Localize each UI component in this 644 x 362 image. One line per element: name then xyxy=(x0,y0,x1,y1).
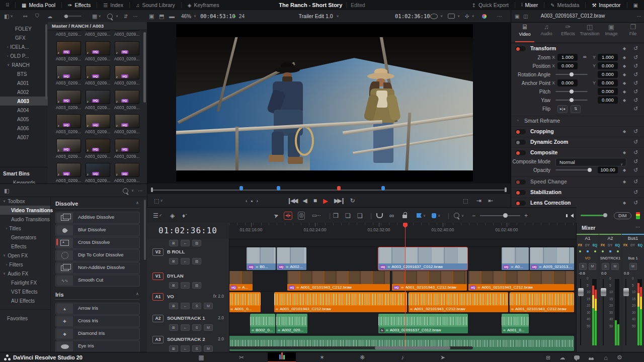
timeline-clip-v2[interactable]: HQ∞A005_02101334_... xyxy=(530,247,574,270)
slider-handle[interactable] xyxy=(570,89,574,94)
solo-button[interactable]: S xyxy=(579,263,587,270)
safe-area-button[interactable]: ⬚∨ xyxy=(154,194,163,208)
cloud-icon[interactable]: ☁ xyxy=(47,10,52,22)
section-stabilization[interactable]: Stabilization↺ xyxy=(511,187,644,198)
mute-button[interactable]: M xyxy=(204,303,213,309)
tab-image[interactable]: ▣Image xyxy=(600,23,622,36)
collapse-icon[interactable]: ∧ xyxy=(136,201,139,205)
slider-handle[interactable] xyxy=(570,72,574,76)
timeline-clip-a2[interactable]: fx∞A003_02091637_C012.braw xyxy=(378,314,468,333)
bin-item-gfx[interactable]: GFX xyxy=(0,33,48,42)
keyframe-icon[interactable]: ◆ xyxy=(623,81,626,85)
solo-button[interactable]: S xyxy=(192,303,201,309)
keyframe-icon[interactable]: ◆ xyxy=(623,150,626,155)
voiceover-mic-button[interactable]: ♦⁺ xyxy=(182,208,187,223)
lock-icon[interactable]: ⊠ xyxy=(169,324,178,331)
timeline-clip-v1[interactable]: HQ∞A001_02101943_C212.braw xyxy=(392,271,467,291)
color-viewer-button[interactable] xyxy=(482,10,487,22)
fader-handle[interactable] xyxy=(578,288,584,296)
tab-transition[interactable]: ◫Transition xyxy=(579,23,601,36)
keyframe-icon[interactable]: ◆ xyxy=(623,98,626,103)
value-y-input[interactable]: 1.000 xyxy=(598,54,618,61)
replace-clip-button[interactable]: ❑ xyxy=(357,208,363,223)
effects-tree-item-favorites[interactable]: Favorites xyxy=(0,314,50,323)
fx-button[interactable]: FX xyxy=(623,243,627,247)
slider-handle[interactable] xyxy=(588,168,592,172)
sidebar-toggle-button[interactable]: ◧∨ xyxy=(4,10,13,22)
page-edit-button[interactable] xyxy=(268,352,296,362)
effects-scrollbar[interactable] xyxy=(144,200,146,260)
razor-tool-button[interactable]: ▭⋯ xyxy=(312,208,320,223)
timeline-clip-a1[interactable]: ∞A001_0... xyxy=(229,292,261,312)
keyframe-icon[interactable]: ◆ xyxy=(623,64,626,68)
chevron-down-icon[interactable]: ∨ xyxy=(3,199,6,203)
fader-handle[interactable] xyxy=(623,288,629,296)
section-smart-reframe[interactable]: ›Smart Reframe xyxy=(511,116,644,126)
solo-button[interactable]: S xyxy=(602,263,609,270)
view-mode-list[interactable]: ▬ xyxy=(169,10,175,22)
media-clip[interactable]: ♪HQA003_0209... xyxy=(113,41,141,61)
marker-blue[interactable] xyxy=(277,186,280,191)
meters-button[interactable] xyxy=(636,208,640,223)
value-input[interactable]: 0.000 xyxy=(598,71,618,78)
effects-tree-item-titles[interactable]: ›Titles xyxy=(0,224,50,233)
bin-item-oldp[interactable]: ›OLD P... xyxy=(0,51,48,60)
view-mode-thumbnail[interactable]: ▣ xyxy=(149,10,154,22)
keyframes-button[interactable]: ◈Keyframes xyxy=(182,0,225,10)
effect-item-diamond-iris[interactable]: ◆Diamond Iris xyxy=(55,328,140,340)
timeline-options-button[interactable]: ☰✓ xyxy=(153,208,162,223)
monitor-volume-slider[interactable] xyxy=(581,208,607,223)
solo-button[interactable]: S xyxy=(192,345,201,352)
bin-item-a004[interactable]: A004 xyxy=(0,106,48,115)
composite-mode-select[interactable]: Normal∨ xyxy=(555,158,626,166)
wand-button[interactable]: ✣∨ xyxy=(465,10,474,22)
lock-icon[interactable]: ⊠ xyxy=(169,345,178,352)
track-header-a2[interactable]: A2SOUNDTRACK 12.0⊠↔SM xyxy=(147,313,229,334)
page-color-button[interactable]: ❋ xyxy=(352,352,372,362)
effect-item-cross-dissolve[interactable]: Cross Dissolve xyxy=(55,237,140,249)
effect-item-cross-iris[interactable]: ✚Cross Iris xyxy=(55,315,140,327)
effects-options-button[interactable]: ⋯ xyxy=(138,185,143,197)
media-clip[interactable]: ♪HQA003_0209... xyxy=(84,90,112,110)
timeline-clip-a1[interactable]: ∞A001_02101943_C212.braw xyxy=(274,292,407,312)
media-clip[interactable]: ♪HQA003_0209... xyxy=(113,163,141,183)
chevron-right-icon[interactable]: › xyxy=(7,45,8,49)
media-clip[interactable]: ♪HQA003_0209... xyxy=(113,30,141,37)
home-icon[interactable]: ⌂ xyxy=(604,354,608,361)
bin-item-bts[interactable]: BTS xyxy=(0,69,48,78)
bin-item-foley[interactable]: FOLEY xyxy=(0,24,48,33)
mute-button[interactable]: M xyxy=(589,263,596,270)
effects-tree-item-filters[interactable]: ›Filters xyxy=(0,260,50,269)
viewer-options-button[interactable]: ⋯ xyxy=(497,10,502,22)
search-button[interactable]: ∨ xyxy=(107,10,118,22)
go-to-end-button[interactable]: ▶▶❙ xyxy=(334,197,344,204)
reset-icon[interactable]: ↺ xyxy=(633,71,638,78)
dynamic-trim-button[interactable]: (|) xyxy=(298,208,305,223)
track-header-a1[interactable]: A1VOfx2.0⊠↔SM xyxy=(147,291,229,313)
media-clip[interactable]: ♪HQA003_0209... xyxy=(54,30,83,37)
media-clip[interactable]: ♪HQA003_0209... xyxy=(54,90,83,110)
fx-button[interactable]: FX xyxy=(601,243,605,247)
effect-item-non-additive-dissolve[interactable]: Non-Additive Dissolve xyxy=(55,262,140,274)
reset-icon[interactable]: ↺ xyxy=(633,45,638,52)
bins-scrollbar[interactable] xyxy=(45,24,47,100)
section-cropping[interactable]: Cropping◆↺ xyxy=(511,126,644,137)
mixer-button[interactable]: ⫶Mixer xyxy=(515,0,544,10)
mute-button[interactable]: M xyxy=(204,324,213,331)
media-clip[interactable]: ♪HQA003_0209... xyxy=(54,139,83,159)
timeline-clip-v1[interactable]: HQ∞A... xyxy=(229,271,253,291)
bin-item-icela[interactable]: ›ICELA... xyxy=(0,42,48,51)
play-button[interactable]: ▶ xyxy=(323,197,328,205)
slider-track[interactable] xyxy=(555,91,588,92)
timeline-clip-v2[interactable]: HQ∞A003_02091637_C012.braw xyxy=(378,247,467,270)
track-header-v2[interactable]: V2B ROLL⊠↔▥ xyxy=(147,246,229,271)
thumbnail-size-slider[interactable] xyxy=(63,10,82,22)
insert-clip-button[interactable]: ❐ xyxy=(333,208,339,223)
view-mode-filmstrip[interactable]: ⬒ xyxy=(159,10,164,22)
track-header-a3[interactable]: A3SOUNDTRACK 22.0⊠↔SM xyxy=(147,334,229,352)
reset-icon[interactable]: ↺ xyxy=(633,54,638,61)
dy-button[interactable]: DY xyxy=(608,243,612,247)
section-speed-change[interactable]: Speed Change◆↺ xyxy=(511,176,644,187)
timeline-horizontal-scrollbar[interactable] xyxy=(229,346,473,349)
bin-item-a007[interactable]: A007 xyxy=(0,133,48,142)
